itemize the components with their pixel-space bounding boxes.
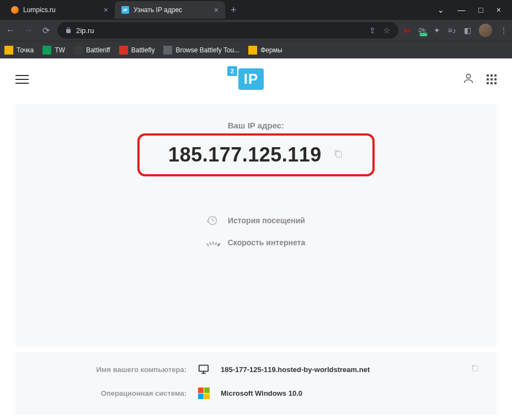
svg-rect-1 [336,152,342,157]
close-window-button[interactable]: × [497,6,501,14]
apps-icon[interactable] [487,74,497,84]
share-icon[interactable]: ⇪ [369,26,376,35]
bookmark-tochka[interactable]: Точка [4,46,34,55]
ip-value: 185.177.125.119 [168,143,322,166]
info-row-computer: Имя вашего компьютера: 185-177-125-119.h… [32,363,480,375]
bookmark-tw[interactable]: TW [42,46,65,55]
address-bar[interactable]: 2ip.ru ⇪ ☆ [57,22,398,39]
site-icon [119,46,128,55]
site-icon [163,46,172,55]
svg-point-0 [466,74,470,78]
profile-avatar[interactable] [479,24,492,37]
ext-music-icon[interactable]: ≡♪ [448,26,456,35]
star-icon[interactable]: ☆ [383,26,391,35]
speed-label: Скорость интернета [228,238,306,247]
chevron-down-icon[interactable]: ⌄ [438,6,444,14]
tab-2ip[interactable]: IP Узнать IP адрес × [115,1,225,19]
sheets-icon [42,46,51,55]
speed-link[interactable]: Скорость интернета [207,238,306,247]
ip-highlight-box: 185.177.125.119 [137,133,375,176]
os-value: Microsoft Windows 10.0 [221,389,302,397]
extensions-icon[interactable]: ✦ [434,26,440,35]
new-tab-button[interactable]: + [225,4,242,16]
forward-button[interactable]: → [22,25,34,35]
copy-icon[interactable] [470,363,480,375]
copy-icon[interactable] [333,148,344,161]
user-icon[interactable] [462,72,474,87]
bookmarks-bar: Точка TW Battleriff Battlefly Browse Bat… [0,41,512,58]
history-label: История посещений [228,216,305,225]
ext-shopping-icon[interactable]: 🛍12s [418,26,426,35]
close-icon[interactable]: × [214,6,218,14]
tab-title: Lumpics.ru [23,6,56,14]
history-icon [207,215,218,226]
ext-panel-icon[interactable]: ◧ [464,26,471,35]
tab-lumpics[interactable]: Lumpics.ru × [4,1,115,19]
favicon-2ip: IP [121,6,129,14]
favicon-lumpics [11,6,19,14]
svg-rect-4 [473,366,478,371]
site-logo[interactable]: 2 IP [227,68,264,90]
menu-button[interactable] [15,75,29,84]
url-text: 2ip.ru [76,26,94,35]
ext-lastfm-icon[interactable]: as [404,27,410,34]
bookmark-fermy[interactable]: Фермы [248,46,282,55]
maximize-button[interactable]: □ [478,6,483,14]
site-icon [74,46,83,55]
ip-label: Ваш IP адрес: [15,121,497,130]
bookmark-battlefy[interactable]: Browse Battlefy Tou... [163,46,239,55]
os-label: Операционная система: [32,389,186,397]
computer-label: Имя вашего компьютера: [32,365,186,374]
menu-icon[interactable]: ⋮ [500,26,508,35]
tab-title: Узнать IP адрес [134,6,182,14]
bookmark-battlefly[interactable]: Battlefly [119,46,155,55]
minimize-button[interactable]: ― [457,6,465,14]
windows-icon [196,387,211,399]
history-link[interactable]: История посещений [207,215,305,226]
back-button[interactable]: ← [4,25,17,35]
bookmark-battleriff[interactable]: Battleriff [74,46,110,55]
speed-icon [207,239,218,246]
info-row-os: Операционная система: Microsoft Windows … [32,387,480,399]
close-icon[interactable]: × [104,6,108,14]
lock-icon [65,27,72,34]
reload-button[interactable]: ⟳ [40,25,52,36]
folder-icon [4,46,13,55]
computer-value: 185-177-125-119.hosted-by-worldstream.ne… [221,365,370,374]
monitor-icon [196,363,211,375]
svg-rect-3 [199,365,209,371]
folder-icon [248,46,257,55]
